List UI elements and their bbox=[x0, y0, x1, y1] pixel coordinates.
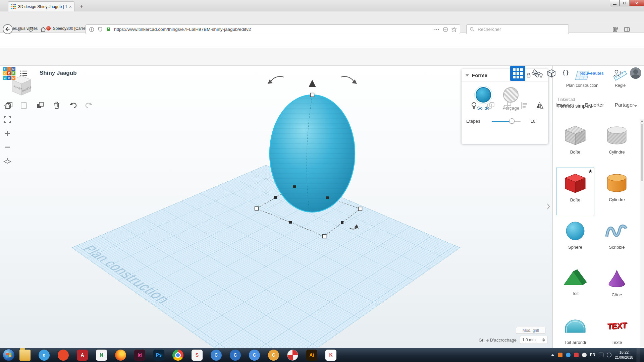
krita-icon[interactable]: K bbox=[325, 350, 336, 361]
tray-volume-icon[interactable] bbox=[607, 353, 611, 357]
adobe-reader-icon[interactable]: A bbox=[77, 350, 88, 361]
delete-button[interactable] bbox=[53, 101, 61, 109]
tab-close-icon[interactable]: × bbox=[69, 4, 72, 9]
show-desktop-button[interactable] bbox=[637, 348, 640, 362]
zoom-in-button[interactable] bbox=[2, 128, 13, 139]
minimize-button[interactable] bbox=[610, 0, 620, 6]
sidebar-toggle-icon[interactable] bbox=[623, 26, 631, 33]
whats-new-link[interactable]: Nouveautés bbox=[580, 71, 604, 76]
shape-box-red[interactable]: ★ Boîte bbox=[556, 168, 594, 215]
shape-cylinder-striped[interactable]: Cylindre bbox=[598, 120, 636, 168]
mirror-button[interactable] bbox=[535, 101, 544, 110]
close-button[interactable]: × bbox=[629, 0, 644, 6]
opera-browser-icon[interactable] bbox=[58, 350, 69, 361]
chromium-3-icon[interactable]: C bbox=[249, 350, 260, 361]
tracking-shield-icon[interactable] bbox=[97, 26, 103, 32]
snap-grid-select[interactable]: 1,0 mm bbox=[520, 336, 547, 344]
search-bar[interactable]: Rechercher bbox=[466, 24, 569, 34]
share-button[interactable]: Partager bbox=[615, 102, 634, 108]
egg-shape[interactable] bbox=[270, 95, 355, 212]
export-button[interactable]: Exporter bbox=[585, 102, 604, 108]
scrollbar-thumb[interactable] bbox=[641, 124, 643, 181]
indesign-icon[interactable]: Id bbox=[134, 350, 145, 361]
start-button[interactable] bbox=[3, 349, 15, 361]
shape-cylinder-orange[interactable]: Cylindre bbox=[598, 168, 636, 215]
group-button[interactable] bbox=[486, 101, 495, 110]
edit-grid-button[interactable]: Mod. grill bbox=[516, 327, 545, 334]
panel-collapse-caret-icon[interactable] bbox=[466, 74, 469, 76]
s-app-icon[interactable]: S bbox=[192, 350, 203, 361]
browser-tab[interactable]: 3D design Shiny Jaagub | Tinke × bbox=[8, 1, 74, 11]
favorite-star-icon[interactable]: ★ bbox=[588, 168, 593, 174]
3d-design-icon[interactable] bbox=[531, 69, 541, 78]
paste-button[interactable] bbox=[20, 101, 28, 109]
new-tab-button[interactable]: + bbox=[77, 3, 86, 10]
page-actions-icon[interactable] bbox=[434, 26, 440, 33]
language-indicator[interactable]: FR bbox=[590, 353, 595, 357]
design-title[interactable]: Shiny Jaagub bbox=[40, 70, 77, 76]
tray-app-icon-3[interactable] bbox=[574, 353, 579, 357]
move-up-arrow[interactable] bbox=[309, 80, 316, 87]
clock[interactable]: 16:22 21/06/2018 bbox=[615, 350, 633, 360]
chrome-icon[interactable] bbox=[172, 350, 183, 361]
invite-person-icon[interactable] bbox=[612, 69, 623, 78]
tray-expand-icon[interactable] bbox=[551, 354, 554, 356]
solid-swatch[interactable] bbox=[476, 87, 491, 103]
firefox-icon[interactable] bbox=[115, 350, 126, 361]
chromium-2-icon[interactable]: C bbox=[230, 350, 241, 361]
shape-roof[interactable]: Toit bbox=[556, 263, 594, 310]
chromium-1-icon[interactable]: C bbox=[211, 350, 222, 361]
pinwheel-app-icon[interactable] bbox=[287, 350, 298, 361]
steps-slider-knob[interactable] bbox=[509, 118, 515, 124]
ungroup-button[interactable] bbox=[503, 101, 512, 110]
tinkercad-logo[interactable]: TIN KER CAD bbox=[3, 67, 15, 80]
sidebar-collapse-button[interactable] bbox=[545, 200, 551, 213]
page-info-icon[interactable] bbox=[89, 26, 95, 33]
brick-icon[interactable] bbox=[547, 69, 556, 78]
shape-box-striped[interactable]: Boîte bbox=[556, 120, 594, 168]
bookmark-star-icon[interactable] bbox=[451, 26, 457, 33]
duplicate-button[interactable] bbox=[36, 101, 44, 109]
back-button[interactable] bbox=[3, 24, 13, 34]
reload-button[interactable] bbox=[27, 26, 34, 33]
perspective-toggle-button[interactable] bbox=[2, 156, 13, 166]
spinner-icon[interactable] bbox=[542, 338, 545, 342]
internet-explorer-icon[interactable]: e bbox=[39, 350, 50, 361]
redo-button[interactable] bbox=[84, 101, 93, 109]
photoshop-icon[interactable]: Ps bbox=[153, 350, 164, 361]
import-button[interactable]: Importer bbox=[555, 102, 574, 108]
hole-swatch[interactable] bbox=[503, 87, 519, 103]
undo-button[interactable] bbox=[69, 101, 78, 109]
rotate-arrow-left[interactable] bbox=[268, 76, 284, 84]
align-button[interactable] bbox=[520, 101, 529, 110]
https-lock-icon[interactable] bbox=[106, 26, 111, 32]
home-button[interactable] bbox=[40, 26, 47, 33]
fit-view-button[interactable] bbox=[2, 114, 13, 125]
shape-scribble[interactable]: Scribble bbox=[598, 215, 636, 263]
show-all-button[interactable] bbox=[470, 101, 478, 110]
design-menu-icon[interactable] bbox=[19, 69, 28, 78]
tray-network-icon[interactable] bbox=[599, 353, 603, 357]
dashboard-grid-icon[interactable] bbox=[510, 66, 525, 81]
tray-app-icon-1[interactable] bbox=[558, 353, 562, 357]
url-bar[interactable]: https://www.tinkercad.com/things/e7FL6IH… bbox=[86, 24, 460, 34]
copy-button[interactable] bbox=[5, 101, 13, 109]
illustrator-icon[interactable]: Ai bbox=[306, 350, 317, 361]
library-icon[interactable] bbox=[612, 26, 619, 33]
maximize-button[interactable] bbox=[620, 0, 629, 6]
avatar[interactable] bbox=[630, 67, 641, 79]
forward-button[interactable] bbox=[15, 26, 23, 33]
sidebar-scrollbar[interactable] bbox=[640, 119, 644, 347]
chrome-canary-icon[interactable]: C bbox=[268, 350, 279, 361]
scroll-up-icon[interactable] bbox=[641, 120, 643, 122]
pocket-icon[interactable] bbox=[442, 26, 448, 33]
windows-explorer-icon[interactable] bbox=[19, 350, 31, 361]
lock-icon[interactable] bbox=[526, 72, 532, 78]
tray-app-icon-2[interactable] bbox=[566, 353, 571, 357]
steps-slider[interactable] bbox=[492, 121, 521, 122]
shape-cone[interactable]: Cône bbox=[598, 263, 636, 310]
shape-sphere[interactable]: Sphère bbox=[556, 215, 594, 263]
rotate-arrow-right[interactable] bbox=[341, 76, 357, 84]
codeblocks-icon[interactable]: { } bbox=[563, 70, 569, 76]
zoom-out-button[interactable] bbox=[2, 142, 13, 153]
